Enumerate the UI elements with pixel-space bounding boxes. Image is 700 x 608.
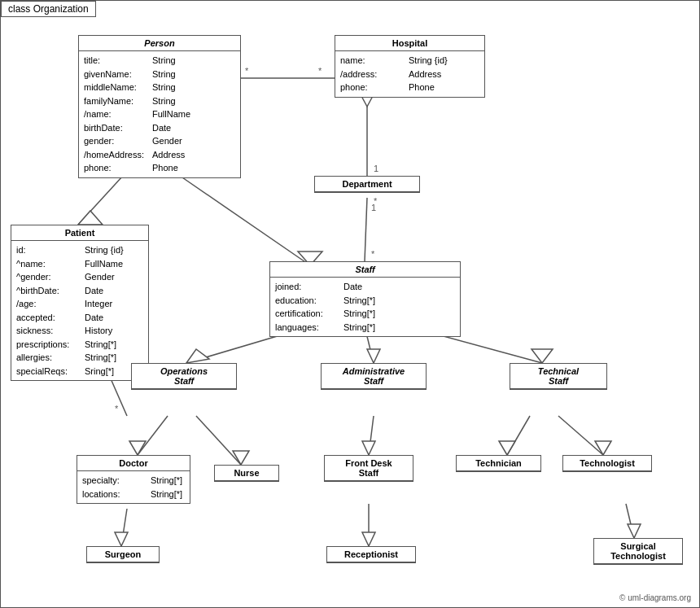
attr-type: Sring[*] bbox=[85, 365, 114, 378]
attr-row: /name:FullName bbox=[84, 107, 235, 121]
class-body-doctor: specialty:String[*]locations:String[*] bbox=[77, 471, 190, 503]
svg-line-10 bbox=[78, 176, 123, 225]
attr-row: certification:String[*] bbox=[275, 307, 455, 321]
attr-row: prescriptions:String[*] bbox=[16, 338, 143, 352]
attr-name: education: bbox=[275, 294, 340, 308]
class-body-staff: joined:Dateeducation:String[*]certificat… bbox=[270, 278, 460, 336]
svg-line-33 bbox=[121, 509, 127, 546]
svg-marker-28 bbox=[362, 441, 375, 455]
svg-text:*: * bbox=[245, 66, 249, 76]
attr-name: /name: bbox=[84, 107, 149, 121]
attr-type: String[*] bbox=[343, 307, 375, 321]
attr-type: String bbox=[152, 68, 176, 81]
attr-name: /homeAddress: bbox=[84, 148, 149, 162]
svg-marker-32 bbox=[595, 441, 611, 455]
attr-type: FullName bbox=[85, 257, 123, 271]
attr-row: /homeAddress:Address bbox=[84, 148, 235, 162]
attr-row: joined:Date bbox=[275, 280, 455, 294]
svg-line-37 bbox=[626, 504, 634, 538]
attr-row: middleName:String bbox=[84, 81, 235, 94]
attr-row: ^birthDate:Date bbox=[16, 284, 143, 298]
svg-line-27 bbox=[369, 416, 374, 455]
attr-row: accepted:Date bbox=[16, 311, 143, 325]
attr-type: Date bbox=[343, 280, 362, 294]
attr-name: /age: bbox=[16, 297, 81, 311]
attr-row: givenName:String bbox=[84, 68, 235, 81]
attr-name: middleName: bbox=[84, 81, 149, 94]
class-header-hospital: Hospital bbox=[335, 36, 484, 51]
attr-row: languages:String[*] bbox=[275, 321, 455, 335]
attr-name: title: bbox=[84, 54, 149, 68]
class-body-patient: id:String {id}^name:FullName^gender:Gend… bbox=[11, 241, 148, 380]
attr-name: ^name: bbox=[16, 257, 81, 271]
attr-row: familyName:String bbox=[84, 94, 235, 108]
class-body-person: title:StringgivenName:StringmiddleName:S… bbox=[79, 51, 240, 177]
class-operations_staff: OperationsStaff bbox=[131, 363, 237, 390]
attr-row: locations:String[*] bbox=[82, 488, 185, 501]
class-department: Department bbox=[314, 176, 420, 193]
attr-name: joined: bbox=[275, 280, 340, 294]
svg-text:1: 1 bbox=[371, 203, 376, 212]
diagram-container: class Organization * * 1 * 1 * * * bbox=[0, 0, 700, 608]
svg-text:*: * bbox=[318, 66, 322, 76]
svg-marker-11 bbox=[78, 211, 103, 225]
attr-row: /address:Address bbox=[340, 68, 479, 81]
svg-line-7 bbox=[365, 198, 367, 261]
attr-name: prescriptions: bbox=[16, 338, 81, 352]
attr-type: Date bbox=[85, 284, 103, 298]
attr-name: id: bbox=[16, 243, 81, 257]
svg-marker-34 bbox=[115, 532, 128, 546]
attr-name: familyName: bbox=[84, 94, 149, 108]
attr-name: phone: bbox=[84, 161, 149, 175]
class-surgeon: Surgeon bbox=[86, 546, 160, 563]
attr-type: String {id} bbox=[409, 54, 448, 68]
class-header-technician: Technician bbox=[457, 456, 540, 471]
attr-row: birthDate:Date bbox=[84, 121, 235, 135]
attr-type: String[*] bbox=[151, 488, 182, 501]
svg-marker-24 bbox=[129, 441, 146, 455]
attr-name: specialReqs: bbox=[16, 365, 81, 378]
svg-text:1: 1 bbox=[374, 164, 378, 173]
attr-type: Date bbox=[85, 311, 103, 325]
attr-row: phone:Phone bbox=[340, 81, 479, 94]
attr-type: String bbox=[152, 94, 176, 108]
diagram-title: class Organization bbox=[1, 1, 96, 17]
svg-line-12 bbox=[180, 176, 310, 265]
attr-name: locations: bbox=[82, 488, 147, 501]
attr-row: allergies:String[*] bbox=[16, 351, 143, 365]
attr-name: givenName: bbox=[84, 68, 149, 81]
attr-name: gender: bbox=[84, 134, 149, 148]
svg-marker-36 bbox=[362, 532, 375, 546]
attr-name: languages: bbox=[275, 321, 340, 335]
attr-type: String {id} bbox=[85, 243, 124, 257]
attr-name: /address: bbox=[340, 68, 405, 81]
attr-row: /age:Integer bbox=[16, 297, 143, 311]
attr-type: Phone bbox=[409, 81, 435, 94]
svg-marker-38 bbox=[628, 524, 641, 538]
attr-type: String bbox=[152, 81, 176, 94]
attr-type: String[*] bbox=[343, 294, 375, 308]
class-header-technical_staff: TechnicalStaff bbox=[510, 364, 606, 389]
class-header-patient: Patient bbox=[11, 225, 148, 241]
attr-name: accepted: bbox=[16, 311, 81, 325]
class-header-staff: Staff bbox=[270, 262, 460, 278]
svg-line-25 bbox=[196, 416, 241, 465]
attr-row: phone:Phone bbox=[84, 161, 235, 175]
attr-type: Address bbox=[409, 68, 441, 81]
attr-type: History bbox=[85, 324, 112, 338]
class-doctor: Doctorspecialty:String[*]locations:Strin… bbox=[77, 455, 190, 504]
class-technologist: Technologist bbox=[562, 455, 652, 472]
class-hospital: Hospitalname:String {id}/address:Address… bbox=[335, 35, 485, 98]
attr-type: Gender bbox=[152, 134, 182, 148]
attr-row: ^name:FullName bbox=[16, 257, 143, 271]
attr-type: Integer bbox=[85, 297, 112, 311]
svg-line-29 bbox=[507, 416, 530, 455]
svg-marker-26 bbox=[233, 451, 249, 465]
class-header-operations_staff: OperationsStaff bbox=[132, 364, 236, 389]
svg-marker-22 bbox=[532, 349, 553, 363]
attr-name: specialty: bbox=[82, 474, 147, 488]
class-patient: Patientid:String {id}^name:FullName^gend… bbox=[11, 225, 149, 381]
class-technician: Technician bbox=[456, 455, 541, 472]
copyright: © uml-diagrams.org bbox=[619, 593, 691, 602]
attr-row: sickness:History bbox=[16, 324, 143, 338]
